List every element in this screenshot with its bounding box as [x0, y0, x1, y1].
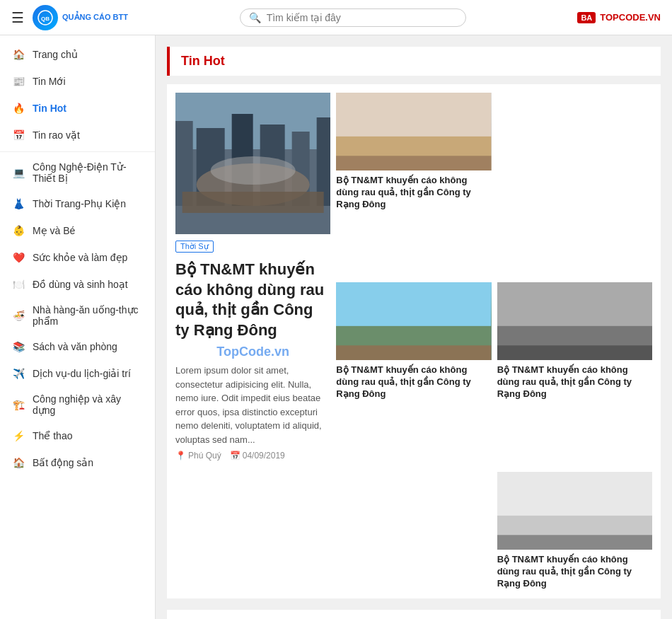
sidebar-item-the-thao[interactable]: ⚡ Thể thao [0, 422, 155, 449]
sidebar-label-bat-dong-san: Bất động sản [33, 457, 93, 468]
date-meta: 📅 04/09/2019 [230, 451, 285, 461]
sidebar-icon-tin-moi: 📰 [11, 74, 25, 88]
svg-rect-20 [336, 345, 491, 360]
sidebar-item-sach-van-phong[interactable]: 📚 Sách và văn phòng [0, 333, 155, 360]
sidebar-item-nha-hang[interactable]: 🍜 Nhà hàng-ăn uống-thực phẩm [0, 298, 155, 333]
sidebar-item-cong-nghe[interactable]: 💻 Công Nghệ-Điện Tử-Thiết Bị [0, 155, 155, 190]
sidebar-icon-the-thao: ⚡ [11, 429, 25, 443]
sidebar-label-cong-nghiep: Công nghiệp và xây dựng [33, 393, 144, 416]
sidebar-icon-thoi-trang: 👗 [11, 197, 25, 211]
topcode-icon: BA [577, 12, 596, 23]
featured-main-image [175, 93, 330, 234]
sidebar-icon-dich-vu: ✈️ [11, 366, 25, 381]
logo-text: QUẢNG CÁO BTT [62, 13, 128, 22]
search-bar: 🔍 [240, 8, 466, 27]
search-input[interactable] [267, 12, 457, 23]
side-card-image-3 [497, 472, 652, 550]
sidebar-icon-suc-khoe: ❤️ [11, 250, 25, 265]
sidebar-item-suc-khoe[interactable]: ❤️ Sức khỏe và làm đẹp [0, 244, 155, 271]
layout: 🏠 Trang chủ 📰 Tin Mới 🔥 Tin Hot 📅 Tin ra… [0, 35, 672, 619]
side-card-image-2 [497, 282, 652, 360]
featured-main-article[interactable]: Thời Sự Bộ TN&MT khuyến cáo không dùng r… [175, 93, 330, 466]
sidebar: 🏠 Trang chủ 📰 Tin Mới 🔥 Tin Hot 📅 Tin ra… [0, 35, 156, 619]
sidebar-icon-do-dung: 🍽️ [11, 277, 25, 291]
sidebar-label-dich-vu: Dịch vụ-du lịch-giải trí [33, 368, 131, 379]
sidebar-label-tin-moi: Tin Mới [33, 76, 66, 87]
header: ☰ QB QUẢNG CÁO BTT 🔍 BA TOPCODE.VN [0, 0, 672, 35]
sidebar-divider [0, 151, 155, 152]
sidebar-label-the-thao: Thể thao [33, 430, 72, 441]
sidebar-item-thoi-trang[interactable]: 👗 Thời Trang-Phụ Kiện [0, 190, 155, 217]
svg-point-13 [211, 156, 296, 185]
sidebar-icon-nha-hang: 🍜 [11, 308, 25, 323]
sidebar-item-cong-nghiep[interactable]: 🏗️ Công nghiệp và xây dựng [0, 387, 155, 422]
side-card-title-3: Bộ TN&MT khuyến cáo không dùng rau quả, … [497, 554, 652, 590]
side-card-1[interactable]: Bộ TN&MT khuyến cáo không dùng rau quả, … [336, 282, 491, 466]
sidebar-item-do-dung[interactable]: 🍽️ Đồ dùng và sinh hoạt [0, 271, 155, 298]
section-header: Tin Hot [167, 47, 661, 76]
sidebar-label-tin-rao-vat: Tin rao vặt [33, 129, 80, 141]
logo-icon: QB [33, 5, 58, 30]
sidebar-item-tin-hot[interactable]: 🔥 Tin Hot [0, 95, 155, 122]
sidebar-icon-bat-dong-san: 🏠 [11, 456, 25, 470]
sidebar-icon-cong-nghe: 💻 [11, 166, 25, 180]
sidebar-item-trang-chu[interactable]: 🏠 Trang chủ [0, 41, 155, 68]
featured-main-meta: 📍 Phú Quý 📅 04/09/2019 [175, 451, 330, 461]
sidebar-item-dich-vu[interactable]: ✈️ Dịch vụ-du lịch-giải trí [0, 360, 155, 387]
sidebar-icon-me-va-be: 👶 [11, 224, 25, 238]
side-card-2[interactable]: Bộ TN&MT khuyến cáo không dùng rau quả, … [497, 282, 652, 466]
logo[interactable]: QB QUẢNG CÁO BTT [33, 5, 128, 30]
side-card-image-1 [336, 282, 491, 360]
topcode-logo[interactable]: BA TOPCODE.VN [577, 12, 661, 23]
side-card-image-0 [336, 93, 491, 170]
article-list: Thời Sự Bộ TN&MT khuyến cáo không dùng r… [167, 610, 661, 619]
sidebar-label-sach-van-phong: Sách và văn phòng [33, 341, 117, 352]
sidebar-label-suc-khoe: Sức khỏe và làm đẹp [33, 252, 127, 263]
sidebar-label-thoi-trang: Thời Trang-Phụ Kiện [33, 198, 126, 209]
svg-text:QB: QB [41, 16, 50, 22]
sidebar-label-nha-hang: Nhà hàng-ăn uống-thực phẩm [33, 304, 144, 327]
side-card-title-0: Bộ TN&MT khuyến cáo không dùng rau quả, … [336, 175, 491, 211]
sidebar-item-tin-rao-vat[interactable]: 📅 Tin rao vặt [0, 122, 155, 149]
svg-rect-14 [183, 192, 324, 213]
sidebar-label-tin-hot: Tin Hot [33, 103, 66, 114]
sidebar-icon-tin-rao-vat: 📅 [11, 128, 25, 142]
featured-main-title: Bộ TN&MT khuyến cáo không dùng rau quả, … [175, 260, 330, 340]
sidebar-label-do-dung: Đồ dùng và sinh hoạt [33, 279, 128, 290]
sidebar-icon-sach-van-phong: 📚 [11, 340, 25, 354]
featured-main-excerpt: Lorem ipsum dolor sit amet, consectetur … [175, 364, 330, 446]
search-icon: 🔍 [249, 12, 261, 23]
svg-rect-26 [497, 536, 652, 550]
sidebar-label-trang-chu: Trang chủ [33, 49, 78, 60]
topcode-domain-label: TOPCODE.VN [600, 12, 661, 23]
sidebar-icon-trang-chu: 🏠 [11, 47, 25, 62]
side-card-0[interactable]: Bộ TN&MT khuyến cáo không dùng rau quả, … [336, 93, 491, 277]
svg-rect-23 [497, 345, 652, 360]
featured-grid: Thời Sự Bộ TN&MT khuyến cáo không dùng r… [167, 84, 661, 598]
watermark: TopCode.vn [175, 345, 330, 359]
featured-main-content: Thời Sự Bộ TN&MT khuyến cáo không dùng r… [175, 234, 330, 466]
article-item-0[interactable]: Thời Sự Bộ TN&MT khuyến cáo không dùng r… [167, 610, 661, 619]
sidebar-label-me-va-be: Mẹ và Bé [33, 225, 75, 236]
sidebar-icon-tin-hot: 🔥 [11, 101, 25, 115]
featured-main-tag[interactable]: Thời Sự [175, 241, 214, 253]
main-content: Tin Hot [156, 35, 672, 619]
sidebar-label-cong-nghe: Công Nghệ-Điện Tử-Thiết Bị [33, 161, 144, 184]
sidebar-item-bat-dong-san[interactable]: 🏠 Bất động sản [0, 449, 155, 476]
side-card-title-2: Bộ TN&MT khuyến cáo không dùng rau quả, … [497, 364, 652, 400]
hamburger-menu-icon[interactable]: ☰ [11, 9, 24, 26]
sidebar-item-tin-moi[interactable]: 📰 Tin Mới [0, 68, 155, 95]
sidebar-icon-cong-nghiep: 🏗️ [11, 398, 25, 412]
svg-rect-17 [336, 156, 491, 170]
sidebar-item-me-va-be[interactable]: 👶 Mẹ và Bé [0, 217, 155, 244]
location-meta: 📍 Phú Quý [175, 451, 221, 461]
side-card-title-1: Bộ TN&MT khuyến cáo không dùng rau quả, … [336, 364, 491, 400]
side-card-3[interactable]: Bộ TN&MT khuyến cáo không dùng rau quả, … [497, 472, 652, 590]
